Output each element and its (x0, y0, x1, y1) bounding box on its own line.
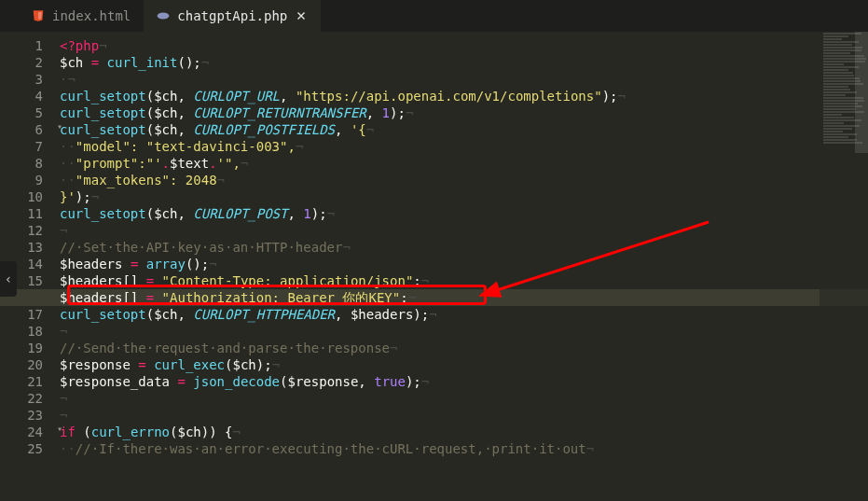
code-editor[interactable]: 1234567891011121314151617181920212223242… (0, 32, 868, 457)
line-number: 8 (0, 155, 43, 172)
line-number: 2 (0, 54, 43, 71)
line-number: 19 (0, 340, 43, 356)
code-line[interactable]: ¬ (60, 390, 626, 407)
code-line[interactable]: //·Set·the·API·key·as·an·HTTP·header¬ (60, 239, 626, 256)
svg-point-0 (158, 13, 170, 20)
collapse-sidebar-toggle[interactable]: ‹ (0, 261, 17, 297)
minimap-line (823, 114, 842, 116)
code-line[interactable]: $headers[] = "Authorization: Bearer 你的KE… (60, 289, 626, 306)
tab-bar: index.html chatgptApi.php (0, 0, 868, 32)
line-number: 17 (0, 306, 43, 323)
line-number: 7 (0, 138, 43, 155)
code-line[interactable]: ··//·If·there·was·an·error·executing·the… (60, 440, 626, 457)
line-number: 20 (0, 356, 43, 373)
tab-index-html[interactable]: index.html (19, 0, 144, 32)
line-number: 4 (0, 88, 43, 104)
html5-icon (32, 9, 45, 22)
minimap-line (823, 86, 848, 88)
line-number: 1 (0, 37, 43, 54)
close-icon[interactable] (295, 9, 308, 22)
chevron-left-icon: ‹ (5, 271, 12, 286)
vertical-scrollbar[interactable] (855, 32, 868, 153)
code-line[interactable]: ··"prompt":"'.$text.'",¬ (60, 155, 626, 172)
code-line[interactable]: ¬ (60, 407, 626, 424)
minimap-line (823, 133, 857, 135)
tab-chatgptapi-php[interactable]: chatgptApi.php (144, 0, 321, 32)
line-number: 18 (0, 323, 43, 340)
code-line[interactable]: <?php¬ (60, 37, 626, 54)
minimap-line (823, 91, 857, 93)
line-number: 9 (0, 172, 43, 188)
line-number-gutter: 1234567891011121314151617181920212223242… (0, 32, 56, 457)
line-number: 6 (0, 121, 43, 138)
minimap-line (823, 89, 850, 90)
code-line[interactable]: ··"max_tokens": 2048¬ (60, 172, 626, 188)
line-number: 11 (0, 205, 43, 222)
code-line[interactable]: curl_setopt($ch, CURLOPT_POST, 1);¬ (60, 205, 626, 222)
code-line[interactable]: ·¬ (60, 71, 626, 88)
minimap-line (823, 41, 859, 43)
line-number: 3 (0, 71, 43, 88)
code-line[interactable]: $headers = array();¬ (60, 256, 626, 272)
tab-label: index.html (52, 8, 131, 23)
line-number: 24 (0, 424, 43, 440)
minimap-line (823, 117, 854, 118)
line-number: 5 (0, 104, 43, 121)
minimap-line (823, 122, 844, 124)
php-icon (157, 9, 170, 22)
code-line[interactable]: ··"model": "text-davinci-003",¬ (60, 138, 626, 155)
code-line[interactable]: $response = curl_exec($ch);¬ (60, 356, 626, 373)
minimap-line (823, 131, 843, 132)
minimap-line (823, 128, 852, 130)
code-area[interactable]: <?php¬$ch = curl_init();¬·¬curl_setopt($… (56, 32, 626, 457)
code-line[interactable]: if (curl_errno($ch)) {¬ (60, 424, 626, 440)
code-line[interactable]: //·Send·the·request·and·parse·the·respon… (60, 340, 626, 356)
minimap-line (823, 44, 852, 46)
line-number: 23 (0, 407, 43, 424)
minimap-line (823, 75, 854, 77)
line-number: 12 (0, 222, 43, 239)
minimap-line (823, 94, 846, 96)
tab-label: chatgptApi.php (177, 8, 287, 23)
code-line[interactable]: ¬ (60, 323, 626, 340)
code-line[interactable]: $ch = curl_init();¬ (60, 54, 626, 71)
minimap-line (823, 69, 848, 71)
code-line[interactable]: curl_setopt($ch, CURLOPT_RETURNTRANSFER,… (60, 104, 626, 121)
minimap-line (823, 108, 856, 110)
minimap-line (823, 139, 857, 141)
line-number: 13 (0, 239, 43, 256)
minimap-line (823, 72, 853, 74)
code-line[interactable]: curl_setopt($ch, CURLOPT_POSTFIELDS, '{¬ (60, 121, 626, 138)
code-line[interactable]: }');¬ (60, 188, 626, 205)
line-number: 10 (0, 188, 43, 205)
minimap-line (823, 35, 848, 37)
line-number: 22 (0, 390, 43, 407)
minimap-line (823, 136, 848, 138)
code-line[interactable]: curl_setopt($ch, CURLOPT_HTTPHEADER, $he… (60, 306, 626, 323)
code-line[interactable]: $headers[] = "Content-Type: application/… (60, 272, 626, 289)
minimap-line (823, 38, 842, 40)
code-line[interactable]: $response_data = json_decode($response, … (60, 373, 626, 390)
minimap-line (823, 52, 850, 54)
minimap-line (823, 103, 858, 104)
code-line[interactable]: ¬ (60, 222, 626, 239)
line-number: 21 (0, 373, 43, 390)
code-line[interactable]: curl_setopt($ch, CURLOPT_URL, "https://a… (60, 88, 626, 104)
minimap-line (823, 66, 859, 68)
minimap-line (823, 63, 844, 65)
line-number: 25 (0, 440, 43, 457)
